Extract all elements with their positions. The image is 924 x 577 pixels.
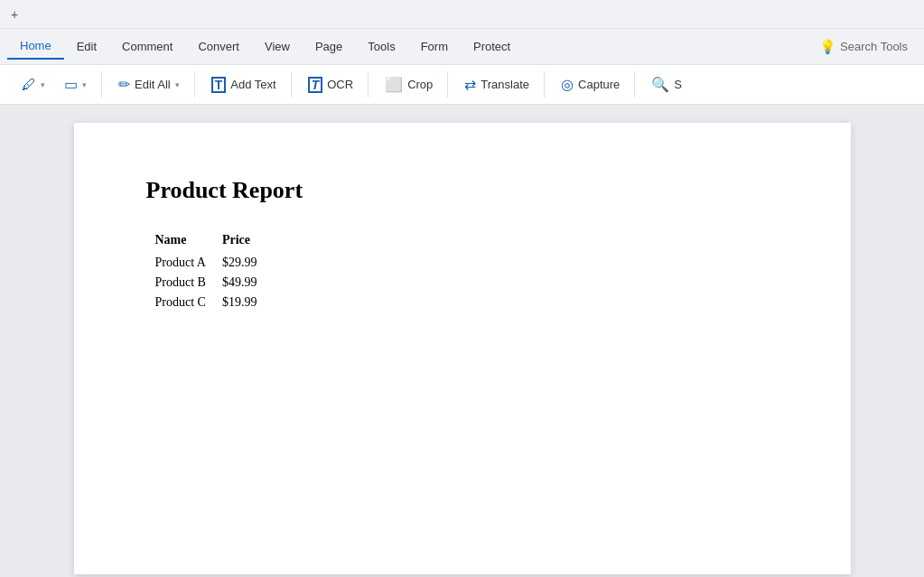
- menu-item-comment[interactable]: Comment: [109, 34, 185, 59]
- add-text-btn[interactable]: T Add Text: [202, 72, 285, 98]
- toolbar-select-group: 🖊 ▾ ▭ ▾: [7, 71, 102, 98]
- translate-btn[interactable]: ⇄ Translate: [455, 71, 538, 98]
- menu-item-protect[interactable]: Protect: [461, 34, 523, 59]
- menu-item-edit[interactable]: Edit: [64, 34, 109, 59]
- table-row: Product A $29.99: [155, 253, 274, 273]
- search-tools[interactable]: 💡 Search Tools: [810, 35, 917, 59]
- capture-btn[interactable]: ◎ Capture: [552, 71, 629, 98]
- table-cell-name-2: Product C: [155, 293, 222, 312]
- product-table: Name Price Product A $29.99 Product B $4…: [155, 229, 274, 312]
- ocr-btn[interactable]: T OCR: [299, 72, 362, 98]
- edit-all-label: Edit All: [135, 78, 171, 91]
- toolbar: 🖊 ▾ ▭ ▾ ✏ Edit All ▾ T Add Text T OCR ⬜: [0, 65, 924, 105]
- toolbar-search-btn[interactable]: 🔍 S: [642, 71, 691, 98]
- toolbar-edit-group: ✏ Edit All ▾: [104, 71, 195, 98]
- table-row: Product B $49.99: [155, 273, 274, 293]
- translate-icon: ⇄: [464, 76, 476, 93]
- table-row: Product C $19.99: [155, 293, 274, 312]
- search-tools-label: Search Tools: [840, 40, 908, 53]
- document-area: Product Report Name Price Product A $29.…: [0, 105, 924, 577]
- rect-dropdown-arrow: ▾: [82, 80, 87, 89]
- crop-btn[interactable]: ⬜ Crop: [376, 71, 442, 98]
- select-icon: 🖊: [22, 77, 36, 93]
- search-icon: 🔍: [651, 76, 669, 93]
- table-header-price: Price: [222, 229, 274, 253]
- table-cell-price-0: $29.99: [222, 253, 274, 273]
- capture-label: Capture: [578, 78, 620, 91]
- ocr-label: OCR: [327, 78, 353, 91]
- toolbar-capture-group: ◎ Capture: [546, 71, 635, 98]
- search-label: S: [674, 78, 682, 91]
- menu-bar: Home Edit Comment Convert View Page Tool…: [0, 29, 924, 65]
- toolbar-text-group: T Add Text: [197, 72, 292, 98]
- menu-item-form[interactable]: Form: [408, 34, 461, 59]
- table-cell-price-1: $49.99: [222, 273, 274, 293]
- table-header-name: Name: [155, 229, 222, 253]
- toolbar-translate-group: ⇄ Translate: [450, 71, 545, 98]
- ocr-icon: T: [308, 77, 323, 93]
- toolbar-ocr-group: T OCR: [294, 72, 369, 98]
- select-dropdown-arrow: ▾: [41, 80, 45, 89]
- text-icon: T: [211, 77, 227, 93]
- select-btn[interactable]: 🖊 ▾: [13, 72, 54, 98]
- table-cell-price-2: $19.99: [222, 293, 274, 312]
- edit-all-btn[interactable]: ✏ Edit All ▾: [109, 71, 189, 98]
- table-cell-name-0: Product A: [155, 253, 222, 273]
- title-bar: +: [0, 0, 924, 29]
- crop-icon: ⬜: [385, 76, 403, 93]
- add-text-label: Add Text: [230, 78, 275, 91]
- document-title: Product Report: [146, 177, 779, 204]
- capture-icon: ◎: [561, 76, 574, 93]
- add-icon: +: [11, 7, 18, 22]
- menu-item-convert[interactable]: Convert: [185, 34, 252, 59]
- edit-icon: ✏: [118, 76, 130, 93]
- translate-label: Translate: [481, 78, 529, 91]
- menu-item-home[interactable]: Home: [7, 33, 64, 60]
- edit-all-arrow: ▾: [175, 80, 180, 89]
- menu-item-view[interactable]: View: [252, 34, 303, 59]
- rect-icon: ▭: [64, 76, 78, 93]
- toolbar-search-group: 🔍 S: [637, 71, 696, 98]
- document-page: Product Report Name Price Product A $29.…: [74, 123, 851, 574]
- lightbulb-icon: 💡: [819, 39, 836, 55]
- crop-label: Crop: [407, 78, 433, 91]
- menu-item-tools[interactable]: Tools: [355, 34, 407, 59]
- rect-select-btn[interactable]: ▭ ▾: [55, 71, 96, 98]
- table-cell-name-1: Product B: [155, 273, 222, 293]
- toolbar-crop-group: ⬜ Crop: [370, 71, 448, 98]
- menu-item-page[interactable]: Page: [303, 34, 355, 59]
